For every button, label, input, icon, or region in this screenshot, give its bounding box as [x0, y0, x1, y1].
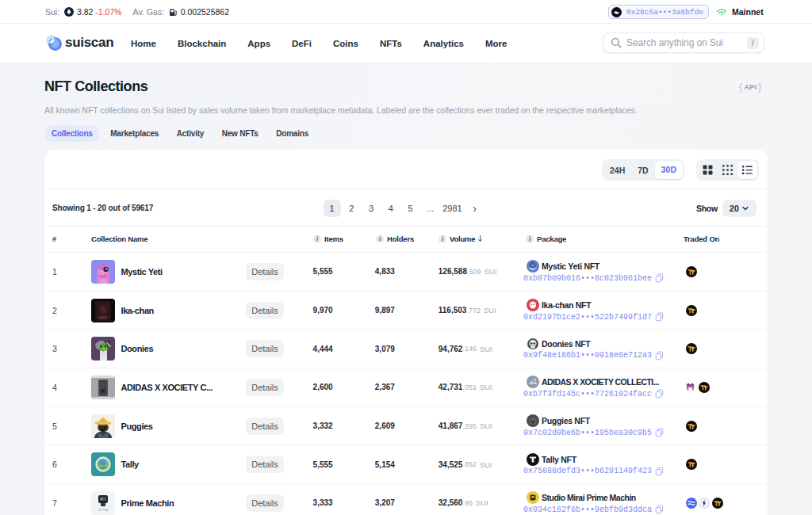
svg-text:ULTRA: ULTRA	[98, 508, 108, 512]
